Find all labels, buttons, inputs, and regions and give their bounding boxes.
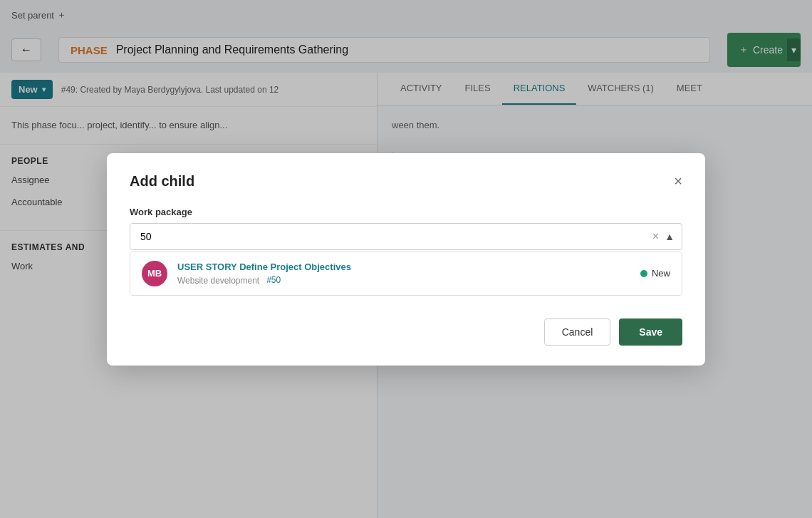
result-status-label: New	[652, 268, 670, 279]
result-id: #50	[266, 275, 281, 285]
modal-overlay: Add child × Work package × ▲	[0, 0, 812, 518]
modal-close-button[interactable]: ×	[674, 174, 682, 188]
result-project: Website development	[177, 276, 259, 286]
work-package-field: Work package × ▲ MB USER ST	[130, 207, 682, 296]
result-status: New	[640, 268, 670, 279]
result-item[interactable]: MB USER STORY Define Project Objectives …	[130, 252, 682, 295]
search-results-dropdown: MB USER STORY Define Project Objectives …	[130, 252, 682, 296]
search-controls: × ▲	[652, 231, 682, 242]
page-background: Set parent ＋ ← PHASE Project Planning an…	[0, 0, 812, 518]
work-package-label: Work package	[130, 207, 682, 217]
modal-header: Add child ×	[130, 173, 682, 190]
result-title: USER STORY Define Project Objectives	[177, 261, 630, 272]
modal-title: Add child	[130, 173, 194, 190]
chevron-up-icon[interactable]: ▲	[665, 231, 675, 242]
search-input[interactable]	[130, 224, 652, 249]
search-container: × ▲	[130, 223, 682, 250]
add-child-modal: Add child × Work package × ▲	[107, 153, 705, 366]
status-indicator	[640, 270, 647, 277]
avatar: MB	[142, 261, 167, 286]
modal-footer: Cancel Save	[130, 318, 682, 346]
result-info: USER STORY Define Project Objectives Web…	[177, 261, 630, 286]
save-button[interactable]: Save	[619, 318, 682, 346]
clear-button[interactable]: ×	[652, 231, 659, 242]
cancel-button[interactable]: Cancel	[544, 318, 611, 346]
